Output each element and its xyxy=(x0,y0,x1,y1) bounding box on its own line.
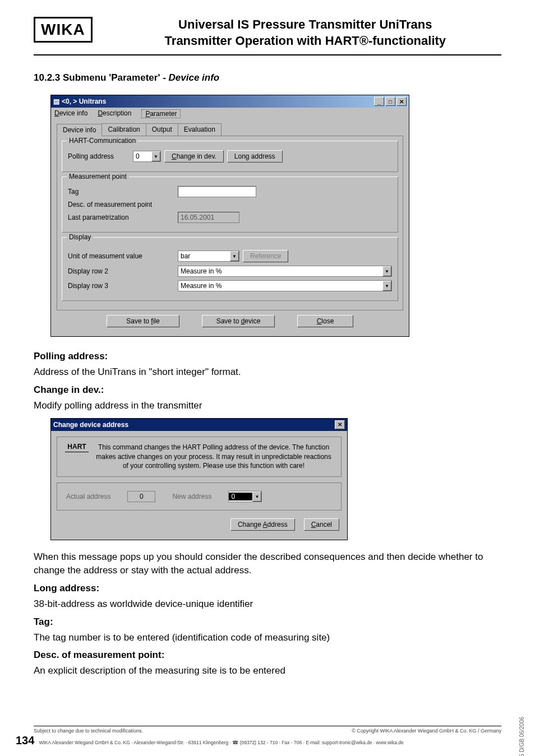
wika-logo: WIKA xyxy=(34,17,93,43)
dialog-close-button[interactable]: ✕ xyxy=(335,420,345,429)
dialog-message-box: HART This command changes the HART Polli… xyxy=(57,437,342,477)
text-desc-mp: An explicit description of the measuring… xyxy=(34,664,501,678)
tab-evaluation[interactable]: Evaluation xyxy=(178,123,222,136)
change-in-dev-button[interactable]: CChange in dev.hange in dev. xyxy=(164,150,224,163)
label-display-row3: Display row 3 xyxy=(68,282,174,290)
heading-tag: Tag: xyxy=(34,616,501,628)
polling-address-value: 0 xyxy=(133,152,151,160)
text-long-address: 38-bit-address as worldwide device-uniqu… xyxy=(34,597,501,611)
minimize-button[interactable]: _ xyxy=(374,97,384,106)
new-address-select[interactable]: 0 ▼ xyxy=(228,491,262,502)
hart-icon: HART xyxy=(65,443,89,452)
label-last-param: Last parametrization xyxy=(68,214,174,221)
chevron-down-icon[interactable]: ▼ xyxy=(230,251,239,261)
display-row3-select[interactable]: Measure in % ▼ xyxy=(178,280,392,291)
page-number: 134 xyxy=(16,734,34,747)
vertical-doc-code: 2256939.05 D/GB 06/2006 xyxy=(519,717,525,756)
section-italic: - Device info xyxy=(163,72,219,83)
chevron-down-icon[interactable]: ▼ xyxy=(382,281,391,291)
long-address-button[interactable]: Long address xyxy=(227,150,283,163)
label-display-row2: Display row 2 xyxy=(68,267,174,275)
window-bottom-bar: Save to file Save to device Close xyxy=(57,310,403,330)
menu-parameter[interactable]: Parameter xyxy=(141,109,181,118)
section-heading: 10.2.3 Submenu 'Parameter' - Device info xyxy=(34,72,501,84)
change-address-button[interactable]: Change Address xyxy=(230,518,295,531)
window-title: <0, > Unitrans xyxy=(62,98,374,105)
text-tag: The tag number is to be entered (identif… xyxy=(34,631,501,644)
label-actual-address: Actual address xyxy=(66,493,110,500)
actual-address-value: 0 xyxy=(127,491,155,502)
tab-output[interactable]: Output xyxy=(146,123,178,136)
heading-long-address: Long address: xyxy=(34,583,501,594)
group-measurement-point: Tag Desc. of measurement point Last para… xyxy=(62,177,398,233)
menu-description[interactable]: Description xyxy=(98,109,131,118)
section-plain: Submenu 'Parameter' xyxy=(63,72,163,83)
label-unit: Unit of measument value xyxy=(68,252,174,260)
heading-desc-mp: Desc. of measurement point: xyxy=(34,650,501,661)
dialog-message-text: This command changes the HART Polling ad… xyxy=(94,443,333,471)
page-header-title: Universal IS Pressure Transmitter UniTra… xyxy=(109,17,501,49)
maximize-button[interactable]: □ xyxy=(385,97,395,106)
menubar: DDevice infoevice info Description Param… xyxy=(51,108,409,120)
text-polling-address: Address of the UniTrans in "short intege… xyxy=(34,365,501,379)
group-display: Unit of measument value bar ▼ Reference … xyxy=(62,237,398,301)
header-divider xyxy=(34,54,501,55)
dialog-titlebar[interactable]: Change device address ✕ xyxy=(51,419,347,431)
label-new-address: New address xyxy=(172,493,211,500)
footer-copyright: © Copyright WIKA Alexander Wiegand GmbH … xyxy=(352,728,501,734)
dialog-title: Change device address xyxy=(53,421,335,429)
unit-select[interactable]: bar ▼ xyxy=(178,251,239,262)
display-row3-value: Measure in % xyxy=(178,282,382,290)
save-to-file-button[interactable]: Save to file xyxy=(107,315,179,327)
tag-input[interactable] xyxy=(178,186,256,197)
label-tag: Tag xyxy=(68,188,174,196)
header-line2: Transmitter Operation with HART®-functio… xyxy=(165,34,446,48)
header-line1: Universal IS Pressure Transmitter UniTra… xyxy=(178,17,432,31)
chevron-down-icon[interactable]: ▼ xyxy=(252,491,261,502)
unit-value: bar xyxy=(178,252,230,260)
display-row2-select[interactable]: Measure in % ▼ xyxy=(178,266,392,277)
tabstrip: Device info Calibration Output Evaluatio… xyxy=(57,123,403,136)
change-device-address-dialog: Change device address ✕ HART This comman… xyxy=(50,418,348,540)
text-after-dialog: When this message pops up you should con… xyxy=(34,550,501,577)
footer-address: WIKA Alexander Wiegand GmbH & Co. KG · A… xyxy=(39,740,403,745)
cancel-button[interactable]: Cancel xyxy=(304,518,339,531)
section-number: 10.2.3 xyxy=(34,72,60,83)
dialog-address-row: Actual address 0 New address 0 ▼ xyxy=(57,483,342,511)
footer-disclaimer: Subject to change due to technical modif… xyxy=(34,728,143,734)
close-button[interactable]: ✕ xyxy=(396,97,407,106)
new-address-value: 0 xyxy=(229,493,252,500)
close-window-button[interactable]: Close xyxy=(297,315,353,327)
reference-button: Reference xyxy=(243,250,288,262)
polling-address-select[interactable]: 0 ▼ xyxy=(133,151,161,162)
text-change-in-dev: Modify polling address in the transmitte… xyxy=(34,399,501,412)
heading-change-in-dev: Change in dev.: xyxy=(34,384,501,396)
label-desc-mp: Desc. of measurement point xyxy=(68,201,174,208)
chevron-down-icon[interactable]: ▼ xyxy=(151,151,160,161)
last-parametrization-value: 16.05.2001 xyxy=(178,212,239,223)
chevron-down-icon[interactable]: ▼ xyxy=(382,266,391,276)
group-hart-communication: Polling address 0 ▼ CChange in dev.hange… xyxy=(62,141,398,172)
display-row2-value: Measure in % xyxy=(178,267,382,275)
footer-top: Subject to change due to technical modif… xyxy=(34,726,501,734)
tab-content: Polling address 0 ▼ CChange in dev.hange… xyxy=(57,136,403,310)
titlebar[interactable]: ▤ <0, > Unitrans _ □ ✕ xyxy=(51,95,409,108)
label-polling-address: Polling address xyxy=(68,152,130,160)
tab-device-info[interactable]: Device info xyxy=(57,124,102,136)
unitrans-window: ▤ <0, > Unitrans _ □ ✕ DDevice infoevice… xyxy=(50,95,409,337)
save-to-device-button[interactable]: Save to device xyxy=(202,315,275,327)
heading-polling-address: Polling address: xyxy=(34,351,501,362)
app-icon: ▤ xyxy=(53,98,59,105)
footer-bottom: 134 WIKA Alexander Wiegand GmbH & Co. KG… xyxy=(16,734,501,747)
tab-calibration[interactable]: Calibration xyxy=(102,123,146,136)
menu-device-info[interactable]: DDevice infoevice info xyxy=(54,109,87,118)
